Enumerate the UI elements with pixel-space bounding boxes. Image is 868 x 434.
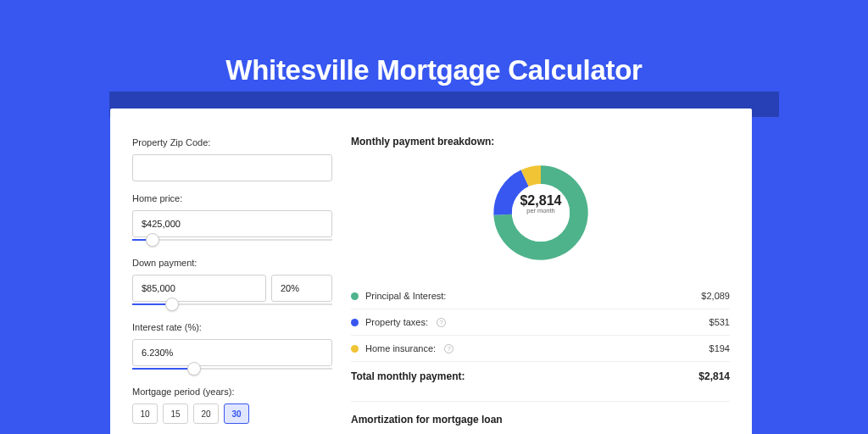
legend-row: Principal & Interest:$2,089: [351, 283, 730, 309]
period-button-30[interactable]: 30: [224, 403, 249, 424]
down-payment-input[interactable]: [132, 275, 266, 302]
down-payment-pct-input[interactable]: [271, 275, 332, 302]
home-price-slider[interactable]: [132, 236, 332, 246]
legend-dot-icon: [351, 292, 359, 300]
period-button-row: 10152030: [132, 403, 332, 424]
legend-row: Home insurance:?$194: [351, 336, 730, 362]
legend-value: $194: [709, 343, 730, 353]
info-icon[interactable]: ?: [437, 318, 446, 327]
legend-row: Property taxes:?$531: [351, 309, 730, 336]
info-icon[interactable]: ?: [444, 344, 453, 353]
home-price-label: Home price:: [132, 193, 332, 203]
down-payment-slider[interactable]: [132, 300, 332, 310]
legend-value: $531: [709, 317, 730, 327]
period-button-10[interactable]: 10: [132, 403, 158, 424]
total-value: $2,814: [698, 370, 730, 382]
donut-chart: $2,814 per month: [351, 158, 730, 268]
breakdown-column: Monthly payment breakdown: $2,814 per mo…: [351, 129, 730, 434]
interest-rate-input[interactable]: [132, 339, 332, 366]
total-row: Total monthly payment: $2,814: [351, 362, 730, 394]
down-payment-label: Down payment:: [132, 258, 332, 268]
legend-dot-icon: [351, 319, 359, 326]
period-button-20[interactable]: 20: [193, 403, 219, 424]
interest-rate-slider[interactable]: [132, 364, 332, 375]
breakdown-title: Monthly payment breakdown:: [351, 136, 730, 147]
period-button-15[interactable]: 15: [163, 403, 188, 424]
zip-input[interactable]: [132, 154, 332, 181]
amortization-title: Amortization for mortgage loan: [351, 401, 730, 426]
legend-dot-icon: [351, 345, 359, 353]
legend-value: $2,089: [701, 291, 730, 301]
interest-rate-label: Interest rate (%):: [132, 322, 332, 332]
zip-label: Property Zip Code:: [132, 137, 332, 147]
legend-label: Principal & Interest:: [365, 291, 446, 301]
mortgage-period-label: Mortgage period (years):: [132, 387, 332, 397]
donut-amount: $2,814: [506, 192, 574, 208]
donut-svg: $2,814 per month: [486, 158, 596, 268]
calculator-card: Property Zip Code: Home price: Down paym…: [110, 108, 752, 434]
legend-label: Home insurance:: [365, 343, 436, 353]
home-price-input[interactable]: [132, 210, 332, 237]
input-column: Property Zip Code: Home price: Down paym…: [132, 129, 332, 434]
donut-sub: per month: [506, 208, 574, 215]
total-label: Total monthly payment:: [351, 370, 465, 382]
legend-label: Property taxes:: [365, 317, 428, 327]
